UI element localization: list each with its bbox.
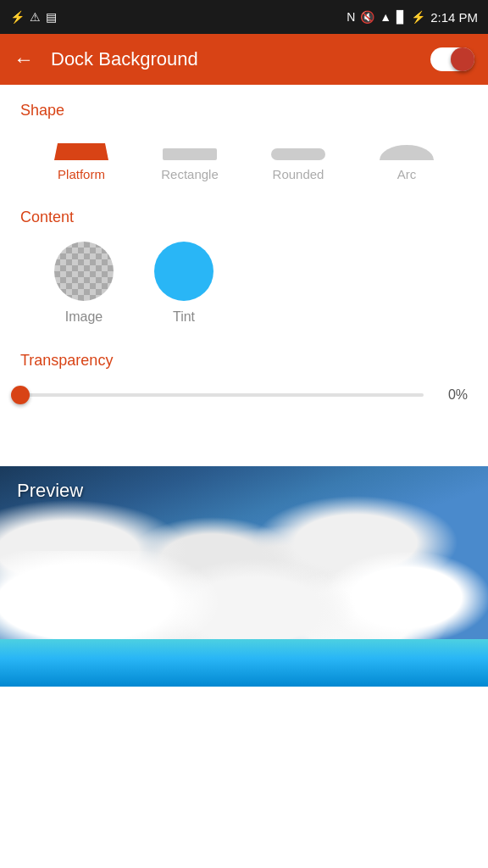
app-bar-title: Dock Background <box>51 48 413 70</box>
content-options: Image Tint <box>20 242 468 325</box>
usb-icon: ⚡ <box>10 10 25 24</box>
enable-toggle[interactable] <box>430 47 474 71</box>
arc-shape-icon <box>377 135 436 160</box>
status-left-icons: ⚡ ⚠ ▤ <box>10 10 57 24</box>
arc-shape <box>380 145 434 160</box>
status-right-icons: N 🔇 ▲ ▊ ⚡ 2:14 PM <box>347 10 478 25</box>
rectangle-label: Rectangle <box>161 167 219 181</box>
slider-track <box>20 393 424 397</box>
dock-bar-inner <box>0 639 488 687</box>
rounded-shape <box>271 148 325 160</box>
back-button[interactable]: ← <box>14 47 34 71</box>
toggle-knob <box>451 47 474 71</box>
preview-label: Preview <box>17 480 83 502</box>
platform-shape <box>54 143 108 160</box>
status-bar: ⚡ ⚠ ▤ N 🔇 ▲ ▊ ⚡ 2:14 PM <box>0 0 488 34</box>
mute-icon: 🔇 <box>360 10 374 24</box>
shape-options: Platform Rectangle Rounded Arc <box>20 135 468 181</box>
content-option-image[interactable]: Image <box>54 242 114 325</box>
slider-value: 0% <box>437 387 468 403</box>
arc-label: Arc <box>397 167 417 181</box>
image-icon <box>54 242 114 301</box>
wifi-icon: ▲ <box>380 10 391 24</box>
preview-background: Preview <box>0 466 488 687</box>
app-bar: ← Dock Background <box>0 34 488 85</box>
sim-icon: ▤ <box>46 10 57 24</box>
tint-icon <box>154 242 214 301</box>
dock-bar <box>0 639 488 687</box>
signal-icon: ▊ <box>396 10 406 24</box>
content-option-tint[interactable]: Tint <box>154 242 214 325</box>
battery-icon: ⚡ <box>411 10 425 24</box>
platform-label: Platform <box>58 167 105 181</box>
shape-option-rounded[interactable]: Rounded <box>264 135 332 181</box>
rectangle-shape <box>163 148 217 160</box>
warning-icon: ⚠ <box>30 10 41 24</box>
preview-section: Preview <box>0 466 488 687</box>
tint-label: Tint <box>173 309 195 325</box>
rounded-shape-icon <box>269 135 328 160</box>
image-label: Image <box>65 309 103 325</box>
nfc-icon: N <box>347 10 355 24</box>
slider-container <box>20 385 424 405</box>
shape-option-arc[interactable]: Arc <box>373 135 441 181</box>
transparency-section: Transparency 0% <box>20 352 468 405</box>
shape-section-title: Shape <box>20 102 468 120</box>
platform-shape-icon <box>52 135 111 160</box>
shape-option-rectangle[interactable]: Rectangle <box>156 135 224 181</box>
status-time: 2:14 PM <box>430 10 478 25</box>
slider-row: 0% <box>20 385 468 405</box>
rectangle-shape-icon <box>160 135 219 160</box>
main-content: Shape Platform Rectangle Rounded <box>0 85 488 449</box>
rounded-label: Rounded <box>273 167 324 181</box>
transparency-section-title: Transparency <box>20 352 468 370</box>
slider-thumb <box>11 386 30 404</box>
content-section-title: Content <box>20 209 468 226</box>
shape-option-platform[interactable]: Platform <box>47 135 115 181</box>
